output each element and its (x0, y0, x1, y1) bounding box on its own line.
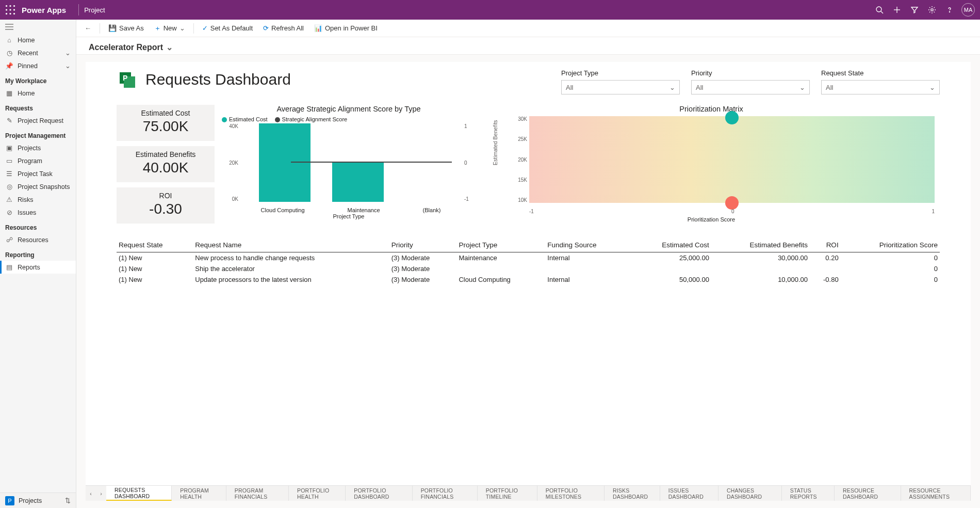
bar-chart-legend: Estimated Cost Strategic Alignment Score (222, 116, 478, 122)
cell-ben: 10,000.00 (711, 274, 810, 285)
bar-chart[interactable]: Average Strategic Alignment Score by Typ… (220, 105, 478, 224)
nav-area-switcher[interactable]: P Projects ⇅ (0, 493, 76, 508)
report-tab[interactable]: REQUESTS DASHBOARD (106, 486, 172, 501)
slicer-priority-dropdown[interactable]: All⌄ (691, 80, 810, 94)
th-cost[interactable]: Estimated Cost (630, 238, 711, 252)
slicer-state-dropdown[interactable]: All⌄ (821, 80, 940, 94)
th-ben[interactable]: Estimated Benefits (711, 238, 810, 252)
th-pscore[interactable]: Prioritization Score (841, 238, 940, 252)
app-context[interactable]: Project (84, 6, 105, 14)
cell-priority: (3) Moderate (389, 252, 457, 264)
report-tab[interactable]: PROGRAM HEALTH (172, 486, 226, 501)
refresh-button[interactable]: ⟳Refresh All (259, 22, 308, 34)
cell-priority: (3) Moderate (389, 263, 457, 274)
report-tab[interactable]: ISSUES DASHBOARD (660, 486, 718, 501)
nav-mw-home[interactable]: ▦Home (0, 87, 76, 100)
matrix-heatmap-bg (529, 116, 935, 203)
th-roi[interactable]: ROI (810, 238, 841, 252)
bar-maintenance[interactable] (332, 163, 384, 202)
tab-prev-icon[interactable]: ‹ (86, 486, 96, 501)
table-row[interactable]: (1) NewShip the accelerator(3) Moderate0 (117, 263, 940, 274)
pin-icon: 📌 (5, 62, 13, 70)
nav-projects[interactable]: ▣Projects (0, 141, 76, 154)
mxtick: 0 (731, 209, 734, 214)
matrix-y-axis: 30K 25K 20K 15K 10K (509, 116, 527, 203)
nav-project-task[interactable]: ☰Project Task (0, 167, 76, 180)
matrix-point-high[interactable] (725, 111, 739, 124)
nav-section-requests: Requests (0, 100, 76, 114)
report-tab[interactable]: PORTFOLIO HEALTH (289, 486, 346, 501)
th-type[interactable]: Project Type (456, 238, 545, 252)
nav-reports[interactable]: ▤Reports (0, 261, 76, 274)
powerbi-icon: 📊 (314, 24, 322, 32)
page-title-bar[interactable]: Accelerator Report ⌄ (76, 37, 980, 55)
nav-pinned[interactable]: 📌Pinned⌄ (0, 59, 76, 72)
help-icon[interactable] (941, 1, 958, 19)
cell-fund: Internal (545, 274, 630, 285)
refresh-icon: ⟳ (263, 24, 269, 32)
report-tab[interactable]: PORTFOLIO FINANCIALS (413, 486, 478, 501)
report-tab[interactable]: STATUS REPORTS (782, 486, 835, 501)
nav-resources[interactable]: ☍Resources (0, 233, 76, 246)
nav-risks[interactable]: ⚠Risks (0, 193, 76, 206)
report-tab[interactable]: PORTFOLIO MILESTONES (537, 486, 605, 501)
add-icon[interactable] (888, 1, 906, 19)
tab-next-icon[interactable]: › (96, 486, 106, 501)
nav-issues[interactable]: ⊘Issues (0, 206, 76, 219)
svg-text:P: P (123, 74, 127, 82)
kpi-roi-value: -0.30 (119, 201, 213, 217)
user-avatar[interactable]: MA (961, 3, 975, 17)
th-priority[interactable]: Priority (389, 238, 457, 252)
nav-project-request[interactable]: ✎Project Request (0, 114, 76, 127)
report-tab[interactable]: CHANGES DASHBOARD (718, 486, 782, 501)
open-powerbi-button[interactable]: 📊Open in Power BI (310, 22, 382, 34)
issue-icon: ⊘ (5, 209, 13, 216)
th-state[interactable]: Request State (117, 238, 193, 252)
mxtick: 1 (932, 209, 935, 214)
app-launcher-icon[interactable] (5, 5, 15, 15)
ytick: 20K (223, 160, 238, 166)
report-icon: ▤ (5, 263, 13, 271)
slicer-type-dropdown[interactable]: All⌄ (561, 80, 680, 94)
nav-projects-label: Projects (18, 145, 41, 152)
slicer-request-state: Request State All⌄ (821, 69, 940, 94)
chevron-down-icon: ⌄ (65, 49, 71, 57)
resource-icon: ☍ (5, 236, 13, 244)
settings-icon[interactable] (923, 1, 941, 19)
cell-priority: (3) Moderate (389, 274, 457, 285)
table-row[interactable]: (1) NewNew process to handle change requ… (117, 252, 940, 264)
nav-snapshots[interactable]: ◎Project Snapshots (0, 180, 76, 193)
table-row[interactable]: (1) NewUpdate processors to the latest v… (117, 274, 940, 285)
nav-collapse-icon[interactable] (0, 20, 76, 34)
nav-program[interactable]: ▭Program (0, 154, 76, 167)
new-button[interactable]: ＋New⌄ (150, 22, 189, 35)
report-tab[interactable]: PORTFOLIO TIMELINE (478, 486, 537, 501)
cell-name: Update processors to the latest version (193, 274, 389, 285)
bar-y-axis-left: 40K20K0K (223, 123, 238, 202)
report-tab[interactable]: PORTFOLIO DASHBOARD (346, 486, 412, 501)
set-default-button[interactable]: ✓Set As Default (198, 22, 257, 34)
search-icon[interactable] (871, 1, 888, 19)
matrix-point-low[interactable] (725, 196, 739, 210)
area-label: Projects (19, 497, 42, 504)
report-tab[interactable]: RESOURCE DASHBOARD (835, 486, 901, 501)
save-as-button[interactable]: 💾Save As (104, 22, 148, 34)
cell-fund: Internal (545, 252, 630, 264)
back-button[interactable]: ← (80, 22, 95, 34)
requests-table[interactable]: Request State Request Name Priority Proj… (117, 238, 940, 285)
bar-cloud-computing[interactable] (259, 123, 311, 202)
snapshot-icon: ◎ (5, 183, 13, 190)
th-fund[interactable]: Funding Source (545, 238, 630, 252)
report-tab[interactable]: RESOURCE ASSIGNMENTS (901, 486, 971, 501)
nav-resources-label: Resources (18, 236, 48, 244)
filter-icon[interactable] (906, 1, 923, 19)
th-name[interactable]: Request Name (193, 238, 389, 252)
score-line[interactable] (291, 162, 452, 163)
report-tab[interactable]: RISKS DASHBOARD (605, 486, 660, 501)
svg-point-13 (931, 9, 933, 11)
slicer-project-type: Project Type All⌄ (561, 69, 680, 94)
nav-home[interactable]: ⌂Home (0, 34, 76, 46)
report-tab[interactable]: PROGRAM FINANCIALS (226, 486, 289, 501)
prioritization-matrix[interactable]: Prioritization Matrix Estimated Benefits… (483, 105, 940, 224)
nav-recent[interactable]: ◷Recent⌄ (0, 46, 76, 59)
